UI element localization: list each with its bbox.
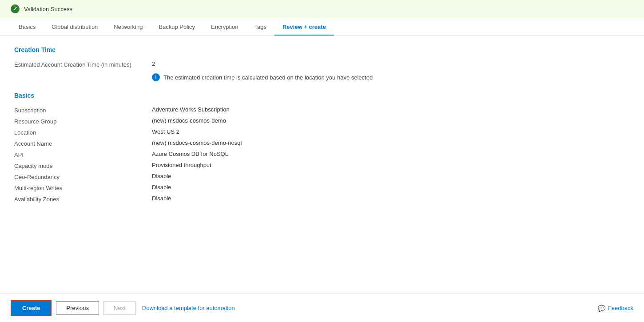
availability-zones-value: Disable bbox=[152, 195, 171, 202]
resource-group-row: Resource Group (new) msdocs-cosmos-demo bbox=[14, 117, 630, 125]
tab-basics[interactable]: Basics bbox=[11, 18, 44, 36]
tab-networking[interactable]: Networking bbox=[106, 18, 151, 36]
estimated-time-row: Estimated Account Creation Time (in minu… bbox=[14, 60, 630, 68]
footer: Create Previous Next Download a template… bbox=[0, 294, 644, 322]
account-name-row: Account Name (new) msdocs-cosmos-demo-no… bbox=[14, 139, 630, 147]
estimated-time-label: Estimated Account Creation Time (in minu… bbox=[14, 60, 152, 68]
creation-time-note: i The estimated creation time is calcula… bbox=[152, 73, 630, 81]
previous-button[interactable]: Previous bbox=[56, 301, 99, 315]
tab-global-distribution[interactable]: Global distribution bbox=[44, 18, 106, 36]
tab-review-create[interactable]: Review + create bbox=[274, 18, 334, 36]
tabs-bar: Basics Global distribution Networking Ba… bbox=[0, 18, 644, 36]
location-row: Location West US 2 bbox=[14, 128, 630, 136]
download-template-link[interactable]: Download a template for automation bbox=[142, 305, 235, 311]
creation-time-title: Creation Time bbox=[14, 46, 630, 53]
subscription-row: Subscription Adventure Works Subscriptio… bbox=[14, 106, 630, 114]
subscription-label: Subscription bbox=[14, 106, 152, 114]
next-button[interactable]: Next bbox=[103, 301, 136, 315]
tab-encryption[interactable]: Encryption bbox=[203, 18, 246, 36]
location-label: Location bbox=[14, 128, 152, 136]
api-label: API bbox=[14, 151, 152, 158]
creation-time-section: Creation Time Estimated Account Creation… bbox=[14, 46, 630, 81]
location-value: West US 2 bbox=[152, 128, 179, 135]
validation-banner: Validation Success bbox=[0, 0, 644, 18]
geo-redundancy-value: Disable bbox=[152, 173, 171, 179]
capacity-mode-row: Capacity mode Provisioned throughput bbox=[14, 162, 630, 169]
account-name-label: Account Name bbox=[14, 139, 152, 147]
api-value: Azure Cosmos DB for NoSQL bbox=[152, 151, 228, 157]
geo-redundancy-row: Geo-Redundancy Disable bbox=[14, 173, 630, 180]
resource-group-value: (new) msdocs-cosmos-demo bbox=[152, 117, 226, 124]
tab-tags[interactable]: Tags bbox=[246, 18, 274, 36]
validation-text: Validation Success bbox=[24, 6, 72, 12]
availability-zones-label: Availability Zones bbox=[14, 195, 152, 203]
resource-group-label: Resource Group bbox=[14, 117, 152, 125]
geo-redundancy-label: Geo-Redundancy bbox=[14, 173, 152, 180]
capacity-mode-value: Provisioned throughput bbox=[152, 162, 211, 168]
tab-backup-policy[interactable]: Backup Policy bbox=[151, 18, 203, 36]
info-icon: i bbox=[152, 73, 160, 81]
validation-success-icon bbox=[11, 4, 20, 13]
basics-section: Basics Subscription Adventure Works Subs… bbox=[14, 92, 630, 203]
availability-zones-row: Availability Zones Disable bbox=[14, 195, 630, 203]
basics-title: Basics bbox=[14, 92, 630, 99]
multi-region-writes-label: Multi-region Writes bbox=[14, 184, 152, 191]
multi-region-writes-row: Multi-region Writes Disable bbox=[14, 184, 630, 191]
note-text: The estimated creation time is calculate… bbox=[163, 74, 373, 81]
feedback-area[interactable]: 💬 Feedback bbox=[598, 305, 633, 312]
account-name-value: (new) msdocs-cosmos-demo-nosql bbox=[152, 139, 242, 146]
feedback-label: Feedback bbox=[608, 305, 633, 311]
create-button[interactable]: Create bbox=[11, 300, 52, 316]
estimated-time-value: 2 bbox=[152, 60, 155, 67]
feedback-icon: 💬 bbox=[598, 305, 605, 312]
content-area: Creation Time Estimated Account Creation… bbox=[0, 36, 644, 294]
api-row: API Azure Cosmos DB for NoSQL bbox=[14, 151, 630, 158]
subscription-value: Adventure Works Subscription bbox=[152, 106, 230, 113]
capacity-mode-label: Capacity mode bbox=[14, 162, 152, 169]
multi-region-writes-value: Disable bbox=[152, 184, 171, 191]
